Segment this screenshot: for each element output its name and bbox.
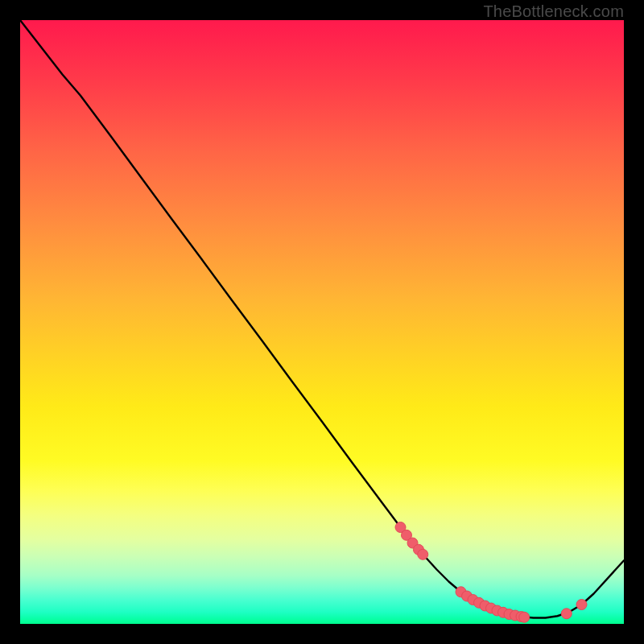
curve-markers (395, 522, 587, 623)
chart-frame: TheBottleneck.com (0, 0, 644, 644)
curve-marker (418, 549, 428, 559)
bottleneck-curve (20, 20, 624, 618)
curve-marker (519, 612, 530, 622)
curve-marker (576, 600, 587, 610)
plot-area: TheBottleneck.com (20, 20, 624, 624)
watermark-label: TheBottleneck.com (483, 2, 624, 21)
chart-svg (20, 20, 624, 624)
curve-marker (561, 609, 572, 619)
